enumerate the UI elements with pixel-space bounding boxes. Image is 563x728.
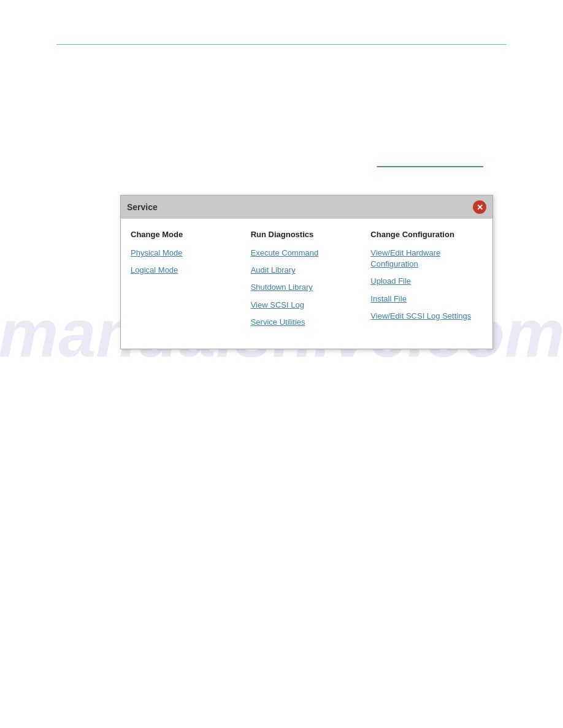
- column-header-run-diagnostics: Run Diagnostics: [251, 230, 363, 239]
- top-divider: [56, 44, 507, 45]
- link-physical-mode[interactable]: Physical Mode: [131, 248, 243, 259]
- dialog-titlebar: Service ✕: [121, 195, 492, 219]
- link-view-edit-scsi-log-settings[interactable]: View/Edit SCSI Log Settings: [370, 311, 483, 322]
- link-service-utilities[interactable]: Service Utilities: [251, 317, 363, 328]
- link-shutdown-library[interactable]: Shutdown Library: [251, 282, 363, 293]
- link-view-scsi-log[interactable]: View SCSI Log: [251, 300, 363, 311]
- link-audit-library[interactable]: Audit Library: [251, 265, 363, 276]
- link-logical-mode[interactable]: Logical Mode: [131, 265, 243, 276]
- top-right-link[interactable]: ________________________: [377, 158, 483, 167]
- link-view-edit-hardware-config[interactable]: View/Edit Hardware Configuration: [370, 248, 483, 270]
- link-install-file[interactable]: Install File: [370, 294, 483, 305]
- column-header-change-configuration: Change Configuration: [370, 230, 483, 239]
- service-dialog: Service ✕ Change ModePhysical ModeLogica…: [120, 195, 493, 349]
- column-run-diagnostics: Run DiagnosticsExecute CommandAudit Libr…: [251, 230, 370, 334]
- column-header-change-mode: Change Mode: [131, 230, 243, 239]
- dialog-content: Change ModePhysical ModeLogical ModeRun …: [121, 219, 492, 349]
- column-change-configuration: Change ConfigurationView/Edit Hardware C…: [370, 230, 483, 334]
- link-upload-file[interactable]: Upload File: [370, 276, 483, 287]
- dialog-title: Service: [127, 202, 158, 212]
- close-button[interactable]: ✕: [473, 200, 486, 214]
- link-execute-command[interactable]: Execute Command: [251, 248, 363, 259]
- column-change-mode: Change ModePhysical ModeLogical Mode: [131, 230, 250, 334]
